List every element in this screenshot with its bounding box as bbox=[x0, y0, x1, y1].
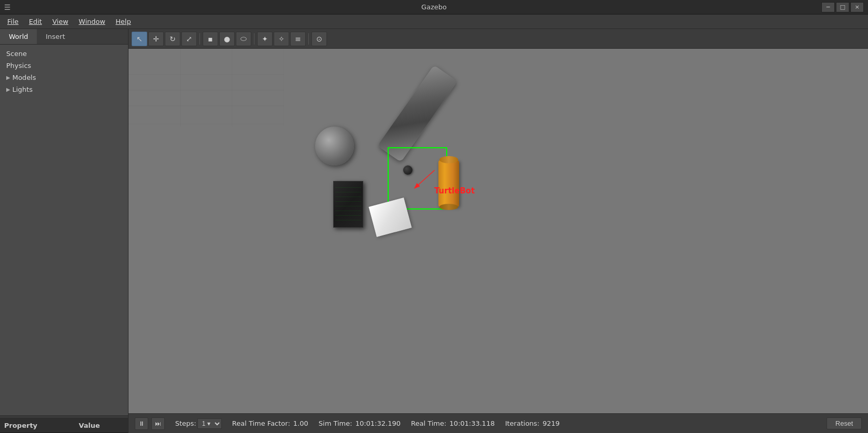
select-icon: ↖ bbox=[136, 35, 143, 43]
sim-time-group: Sim Time: 10:01:32.190 bbox=[319, 420, 401, 427]
screenshot-icon: ⊙ bbox=[316, 35, 322, 43]
turtlebot-arrow bbox=[407, 167, 438, 193]
turtlebot-label: TurtleBot bbox=[434, 186, 475, 195]
3d-viewport[interactable]: ↖ ✛ ↻ ⤢ ▪ ● ⬭ ✦ bbox=[129, 29, 868, 433]
spot-light-icon: ✧ bbox=[278, 35, 284, 43]
tab-insert[interactable]: Insert bbox=[37, 29, 74, 44]
menu-view[interactable]: View bbox=[47, 16, 74, 27]
pause-button[interactable]: ⏸ bbox=[135, 417, 148, 430]
scene-objects: TurtleBot bbox=[129, 49, 868, 413]
menu-help[interactable]: Help bbox=[110, 16, 136, 27]
sim-time-label: Sim Time: bbox=[319, 420, 352, 427]
iterations-label: Iterations: bbox=[505, 420, 539, 427]
menu-edit[interactable]: Edit bbox=[24, 16, 47, 27]
scene-3d: TurtleBot bbox=[129, 49, 868, 413]
scale-icon: ⤢ bbox=[186, 35, 192, 43]
tree-lights-label: Lights bbox=[12, 86, 33, 93]
world-tree: Scene Physics ▶ Models ▶ Lights bbox=[0, 45, 128, 415]
panel-tabs: World Insert bbox=[0, 29, 128, 45]
viewport-toolbar: ↖ ✛ ↻ ⤢ ▪ ● ⬭ ✦ bbox=[129, 29, 868, 49]
steps-label: Steps: bbox=[175, 420, 196, 427]
real-time-label: Real Time: bbox=[411, 420, 446, 427]
iterations-value: 9219 bbox=[543, 420, 560, 427]
toolbar-sep-2 bbox=[254, 33, 254, 45]
sphere-object[interactable] bbox=[315, 127, 354, 165]
tool-translate[interactable]: ✛ bbox=[148, 32, 164, 46]
step-forward-button[interactable]: ⏭ bbox=[151, 417, 165, 430]
translate-icon: ✛ bbox=[153, 35, 159, 43]
statusbar: ⏸ ⏭ Steps: 1 ▾ Real Time Factor: 1.00 Si… bbox=[129, 413, 868, 433]
tool-cylinder[interactable]: ⬭ bbox=[236, 32, 251, 46]
white-block-object[interactable] bbox=[368, 198, 411, 237]
tool-screenshot[interactable]: ⊙ bbox=[311, 32, 327, 46]
tree-item-physics[interactable]: Physics bbox=[0, 60, 128, 72]
tool-dir-light[interactable]: ≡ bbox=[290, 32, 306, 46]
steps-group: Steps: 1 ▾ bbox=[175, 418, 222, 429]
tool-box[interactable]: ▪ bbox=[203, 32, 218, 46]
prop-header-value: Value bbox=[79, 422, 100, 429]
tree-item-models[interactable]: ▶ Models bbox=[0, 72, 128, 83]
steps-select[interactable]: 1 ▾ bbox=[197, 418, 222, 429]
pause-icon: ⏸ bbox=[138, 420, 145, 427]
tool-sphere[interactable]: ● bbox=[219, 32, 235, 46]
properties-header: Property Value bbox=[0, 418, 128, 433]
tool-point-light[interactable]: ✦ bbox=[257, 32, 273, 46]
menu-file[interactable]: File bbox=[2, 16, 24, 27]
left-panel: World Insert Scene Physics ▶ Models ▶ Li… bbox=[0, 29, 129, 433]
tool-spot-light[interactable]: ✧ bbox=[274, 32, 289, 46]
dir-light-icon: ≡ bbox=[295, 35, 301, 43]
menu-window[interactable]: Window bbox=[74, 16, 110, 27]
menubar: File Edit View Window Help bbox=[0, 15, 868, 29]
toolbar-sep-1 bbox=[200, 33, 200, 45]
tool-select[interactable]: ↖ bbox=[132, 32, 147, 46]
box-icon: ▪ bbox=[208, 35, 213, 43]
point-light-icon: ✦ bbox=[262, 35, 268, 43]
models-expand-arrow: ▶ bbox=[6, 75, 10, 80]
realtime-factor-value: 1.00 bbox=[293, 420, 308, 427]
minimize-button[interactable]: − bbox=[821, 2, 835, 12]
iterations-group: Iterations: 9219 bbox=[505, 420, 560, 427]
tool-scale[interactable]: ⤢ bbox=[181, 32, 197, 46]
rotate-icon: ↻ bbox=[169, 35, 176, 43]
playback-controls: ⏸ ⏭ bbox=[135, 417, 165, 430]
window-controls: − □ × bbox=[821, 2, 864, 12]
svg-line-30 bbox=[415, 170, 435, 188]
maximize-button[interactable]: □ bbox=[836, 2, 849, 12]
tree-item-lights[interactable]: ▶ Lights bbox=[0, 83, 128, 95]
real-time-group: Real Time: 10:01:33.118 bbox=[411, 420, 495, 427]
tree-scene-label: Scene bbox=[6, 50, 27, 58]
sim-time-value: 10:01:32.190 bbox=[355, 420, 401, 427]
tree-item-scene[interactable]: Scene bbox=[0, 48, 128, 60]
window-menu-icon[interactable]: ☰ bbox=[4, 3, 11, 11]
reset-button[interactable]: Reset bbox=[827, 417, 862, 429]
realtime-factor-label: Real Time Factor: bbox=[232, 420, 290, 427]
toolbar-sep-3 bbox=[308, 33, 309, 45]
cylinder-icon: ⬭ bbox=[240, 34, 247, 43]
sphere-icon: ● bbox=[224, 35, 230, 43]
close-button[interactable]: × bbox=[850, 2, 864, 12]
main-layout: World Insert Scene Physics ▶ Models ▶ Li… bbox=[0, 29, 868, 433]
titlebar: ☰ Gazebo − □ × bbox=[0, 0, 868, 15]
prop-header-property: Property bbox=[4, 422, 37, 429]
tree-physics-label: Physics bbox=[6, 62, 31, 69]
realtime-factor-group: Real Time Factor: 1.00 bbox=[232, 420, 308, 427]
tree-models-label: Models bbox=[12, 74, 36, 81]
step-forward-icon: ⏭ bbox=[155, 420, 161, 427]
real-time-value: 10:01:33.118 bbox=[449, 420, 494, 427]
tab-world[interactable]: World bbox=[0, 29, 37, 44]
black-box-object[interactable] bbox=[333, 181, 363, 228]
orange-cylinder-object[interactable] bbox=[438, 160, 459, 207]
lights-expand-arrow: ▶ bbox=[6, 87, 10, 92]
window-title: Gazebo bbox=[0, 3, 868, 11]
tool-rotate[interactable]: ↻ bbox=[165, 32, 180, 46]
